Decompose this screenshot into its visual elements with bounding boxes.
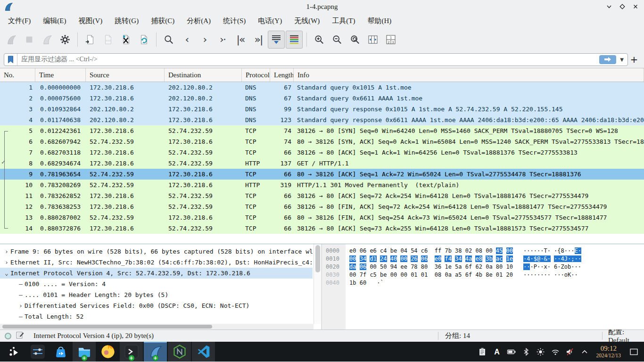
resize-columns-button[interactable] bbox=[364, 31, 381, 49]
menu-item-7[interactable]: 电话(Y) bbox=[252, 15, 288, 27]
hex-row[interactable]: 0020da 06 00 50 94 ee 78 80 36 1e 5a 6f … bbox=[322, 263, 644, 271]
packet-row[interactable]: 10.000000000172.30.218.6202.120.80.2DNS6… bbox=[0, 82, 644, 93]
column-header-time[interactable]: Time bbox=[35, 68, 86, 82]
auto-scroll-button[interactable] bbox=[268, 31, 285, 49]
go-back-button[interactable]: ‹ bbox=[178, 31, 195, 49]
detail-vertical-scrollbar[interactable] bbox=[314, 244, 321, 324]
menu-item-6[interactable]: 统计(S) bbox=[217, 15, 252, 27]
reload-file-button[interactable] bbox=[135, 31, 152, 49]
terminal-taskbar-button[interactable]: + bbox=[120, 342, 143, 362]
input-method-icon[interactable]: A bbox=[492, 347, 502, 356]
detail-line[interactable]: ›Differentiated Services Field: 0x00 (DS… bbox=[0, 300, 313, 311]
packet-row[interactable]: 130.88028700252.74.232.59172.30.218.6TCP… bbox=[0, 212, 644, 223]
packet-row[interactable]: 110.783262852172.30.218.652.74.232.59TCP… bbox=[0, 190, 644, 201]
packet-row[interactable]: 40.011740638202.120.80.2172.30.218.6DNS1… bbox=[0, 115, 644, 125]
go-forward-button[interactable]: › bbox=[196, 31, 213, 49]
chevron-up-icon[interactable] bbox=[580, 347, 589, 356]
wifi-icon[interactable] bbox=[551, 347, 560, 356]
show-desktop-icon[interactable] bbox=[629, 347, 638, 356]
column-header-info[interactable]: Info bbox=[294, 68, 644, 82]
go-last-button[interactable]: »| bbox=[250, 31, 267, 49]
settings-taskbar-button[interactable] bbox=[26, 342, 49, 362]
packet-row[interactable]: 90.78196365452.74.232.59172.30.218.6TCP6… bbox=[0, 169, 644, 180]
detail-line[interactable]: ›Ethernet II, Src: NewH3CTechno_7b:38:02… bbox=[0, 257, 313, 268]
maximize-button[interactable] bbox=[619, 3, 626, 10]
detail-line[interactable]: –0100 .... = Version: 4 bbox=[0, 279, 313, 289]
detail-line[interactable]: ›Frame 9: 66 bytes on wire (528 bits), 6… bbox=[0, 246, 313, 257]
find-packet-button[interactable] bbox=[160, 31, 177, 49]
filter-dropdown-caret[interactable]: ▼ bbox=[618, 57, 626, 62]
menu-item-10[interactable]: 帮助(H) bbox=[361, 15, 397, 27]
firefox-taskbar-button[interactable] bbox=[96, 342, 119, 362]
packet-row[interactable]: 60.68260794252.74.232.59172.30.218.6TCP7… bbox=[0, 136, 644, 147]
open-file-button[interactable] bbox=[82, 31, 99, 49]
add-filter-button[interactable]: + bbox=[628, 54, 640, 65]
capture-options-button[interactable] bbox=[57, 31, 74, 49]
column-header-protocol[interactable]: Protocol bbox=[242, 68, 270, 82]
go-to-packet-button[interactable]: ›· bbox=[214, 31, 231, 49]
menu-item-3[interactable]: 跳转(G) bbox=[108, 15, 145, 27]
colorize-button[interactable] bbox=[286, 31, 303, 49]
clock[interactable]: 09:12 2024/12/13 bbox=[596, 345, 621, 358]
detail-line[interactable]: –.... 0101 = Header Length: 20 bytes (5) bbox=[0, 289, 313, 300]
apply-filter-button[interactable] bbox=[599, 55, 616, 64]
detail-line[interactable]: –Total Length: 52 bbox=[0, 311, 313, 322]
column-header-length[interactable]: Length bbox=[270, 68, 294, 82]
layout-123-button[interactable]: 123 bbox=[382, 31, 399, 49]
app-launcher-taskbar-button[interactable] bbox=[3, 342, 26, 362]
go-first-button[interactable]: |« bbox=[232, 31, 249, 49]
menu-item-8[interactable]: 无线(W) bbox=[288, 15, 326, 27]
capture-comment-icon[interactable] bbox=[16, 331, 24, 341]
hex-row[interactable]: 003000 7f c5 be 00 00 01 01 08 0a a5 6f … bbox=[322, 271, 644, 279]
packet-row[interactable]: 30.010932864202.120.80.2172.30.218.6DNS9… bbox=[0, 104, 644, 115]
close-button[interactable] bbox=[632, 3, 639, 10]
battery-icon[interactable] bbox=[507, 347, 516, 356]
vscode-taskbar-button[interactable] bbox=[192, 342, 215, 362]
hex-row[interactable]: 001000 34 d1 24 40 00 26 06 e0 f4 34 4a … bbox=[322, 255, 644, 263]
minimize-button[interactable] bbox=[605, 3, 613, 10]
packet-row[interactable]: 70.682703118172.30.218.652.74.232.59TCP6… bbox=[0, 147, 644, 158]
display-filter-field[interactable]: ▼ bbox=[4, 53, 628, 66]
expander-closed-icon[interactable]: › bbox=[3, 257, 10, 268]
packet-row[interactable]: 140.880372876172.30.218.652.74.232.59TCP… bbox=[0, 223, 644, 234]
expander-open-icon[interactable]: ⌄ bbox=[3, 268, 10, 279]
detail-horizontal-scrollbar[interactable] bbox=[0, 324, 314, 329]
start-capture-button[interactable] bbox=[3, 31, 20, 49]
menu-item-1[interactable]: 编辑(E) bbox=[37, 15, 72, 27]
column-header-no[interactable]: No. bbox=[0, 68, 35, 82]
packet-row[interactable]: 100.78320826952.74.232.59172.30.218.6HTT… bbox=[0, 180, 644, 190]
discover-taskbar-button[interactable] bbox=[49, 342, 72, 362]
menu-item-2[interactable]: 视图(V) bbox=[73, 15, 109, 27]
brightness-icon[interactable] bbox=[536, 347, 545, 356]
save-file-button[interactable]: 0101 bbox=[99, 31, 116, 49]
packet-detail-pane[interactable]: ›Frame 9: 66 bytes on wire (528 bits), 6… bbox=[0, 244, 321, 329]
restart-capture-button[interactable] bbox=[39, 31, 56, 49]
wireshark-taskbar-button[interactable]: + bbox=[144, 342, 167, 362]
packet-count-label[interactable]: 分组: 14 bbox=[438, 331, 602, 340]
column-header-source[interactable]: Source bbox=[86, 68, 165, 82]
stop-capture-button[interactable] bbox=[21, 31, 38, 49]
hex-row[interactable]: 0000e0 06 e6 c4 be 04 54 c6 ff 7b 38 02 … bbox=[322, 247, 644, 255]
expert-info-icon[interactable] bbox=[5, 333, 11, 339]
packet-row[interactable]: 20.000075600172.30.218.6202.120.80.2DNS6… bbox=[0, 93, 644, 104]
packet-row[interactable]: 80.682934674172.30.218.652.74.232.59HTTP… bbox=[0, 158, 644, 169]
packet-bytes-pane[interactable]: 0000e0 06 e6 c4 be 04 54 c6 ff 7b 38 02 … bbox=[322, 244, 644, 329]
bluetooth-icon[interactable] bbox=[521, 347, 531, 356]
detail-line[interactable]: ⌄Internet Protocol Version 4, Src: 52.74… bbox=[0, 268, 313, 279]
close-file-button[interactable] bbox=[117, 31, 134, 49]
expander-closed-icon[interactable]: › bbox=[17, 300, 25, 311]
zoom-reset-button[interactable] bbox=[347, 31, 363, 49]
volume-muted-icon[interactable] bbox=[565, 347, 575, 356]
packet-row[interactable]: 50.012242361172.30.218.652.74.232.59TCP7… bbox=[0, 125, 644, 136]
zoom-in-button[interactable] bbox=[311, 31, 328, 49]
expander-closed-icon[interactable]: › bbox=[3, 246, 10, 257]
packet-row[interactable]: 120.783638253172.30.218.652.74.232.59TCP… bbox=[0, 201, 644, 212]
neovim-taskbar-button[interactable] bbox=[168, 342, 191, 362]
menu-item-4[interactable]: 捕获(C) bbox=[145, 15, 181, 27]
file-manager-taskbar-button[interactable]: + bbox=[73, 342, 96, 362]
packet-list-rows[interactable]: 10.000000000172.30.218.6202.120.80.2DNS6… bbox=[0, 82, 644, 244]
menu-item-5[interactable]: 分析(A) bbox=[181, 15, 217, 27]
menu-item-0[interactable]: 文件(F) bbox=[2, 15, 37, 27]
zoom-out-button[interactable] bbox=[329, 31, 346, 49]
menu-item-9[interactable]: 工具(T) bbox=[326, 15, 361, 27]
